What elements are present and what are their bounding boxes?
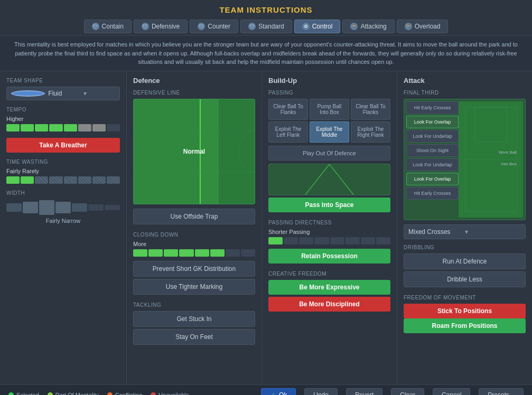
run-at-defence-button[interactable]: Run At Defence [404,253,526,269]
tab-overload[interactable]: 🏃 Overload [397,20,449,33]
width-label: WIDTH [6,190,120,196]
svg-line-8 [330,164,354,195]
hit-early-crosses-top[interactable]: Hit Early Crosses [406,101,459,114]
presets-button[interactable]: Presets... [479,388,524,395]
defensive-line-value: Normal [183,148,205,155]
directness-value: Shorter Passing [268,229,390,235]
take-breather-button[interactable]: Take A Breather [6,138,120,153]
legend-unavailable: Unavailable [151,392,189,395]
be-more-disciplined-button[interactable]: Be More Disciplined [268,297,390,312]
closing-down-slider[interactable] [133,249,255,257]
use-offside-trap-button[interactable]: Use Offside Trap [133,209,255,224]
passing-grid: Clear Ball ToFlanks Pump Ball Into Box C… [268,99,390,143]
ok-button[interactable]: ✓ Ok [261,388,296,395]
stay-on-feet-button[interactable]: Stay On Feet [133,329,255,345]
crosses-select[interactable]: Mixed Crosses ▾ [404,224,526,239]
tab-standard[interactable]: 🛡 Standard [240,20,292,33]
tab-defensive[interactable]: 🛡 Defensive [134,20,188,33]
overload-icon: 🏃 [405,23,412,30]
roam-from-positions-button[interactable]: Roam From Positions [404,318,526,333]
tackling-label: TACKLING [133,302,255,308]
tempo-seg-3 [35,124,48,131]
mentality-description: This mentality is best employed for matc… [0,35,532,71]
legend-mentality-dot [48,392,53,395]
tempo-seg-7 [92,124,106,131]
team-shape-icon [11,90,45,97]
ws-2 [23,202,38,213]
tempo-seg-6 [78,124,91,131]
control-icon: ⚙ [302,23,310,30]
tw-seg-1 [6,176,20,184]
tw-seg-7 [92,176,106,184]
tempo-seg-4 [49,124,62,131]
standard-icon: 🛡 [248,23,256,30]
pass-into-space-button[interactable]: Pass Into Space [268,198,390,212]
tw-seg-2 [21,176,34,184]
look-for-overlap-bottom[interactable]: Look For Overlap [406,173,459,185]
dribble-less-button[interactable]: Dribble Less [404,271,526,287]
pass-cell-clear-left[interactable]: Clear Ball ToFlanks [268,99,308,120]
pass-cell-clear-right[interactable]: Clear Ball ToFlanks [351,99,390,120]
tw-seg-4 [49,176,62,184]
tempo-seg-2 [21,124,34,131]
attack-section: Attack FINAL THIRD Hit Early Crosses Loo… [397,71,532,384]
pass-cell-left-flank[interactable]: Exploit TheLeft Flank [268,121,308,143]
tempo-seg-1 [6,124,20,131]
legend-conflicting-dot [107,392,113,395]
dribbling-label: DRIBBLING [404,244,526,250]
undo-button[interactable]: Undo [304,388,338,395]
pass-space-visual [268,164,390,195]
team-shape-label: TEAM SHAPE [6,78,120,83]
tab-counter[interactable]: 🛡 Counter [190,20,238,33]
ws-1 [6,203,22,212]
time-wasting-label: TIME WASTING [6,159,120,165]
svg-line-7 [305,164,330,195]
retain-possession-button[interactable]: Retain Possession [268,249,390,264]
cancel-button[interactable]: Cancel [433,388,470,395]
crosses-value: Mixed Crosses [408,228,465,236]
closing-down-value: More [133,241,255,247]
ft-field-svg: Work Ball Into Box [459,101,523,218]
revert-button[interactable]: Revert [346,388,382,395]
shoot-on-sight[interactable]: Shoot On Sight [406,144,459,157]
hit-early-crosses-bottom[interactable]: Hit Early Crosses [406,187,459,200]
buildup-section: Build-Up PASSING Clear Ball ToFlanks Pum… [262,71,397,384]
tab-attacking[interactable]: 🏃 Attacking [342,20,394,33]
team-shape-select[interactable]: Fluid ▾ [6,87,120,100]
ok-checkmark: ✓ [270,391,275,395]
directness-slider[interactable] [268,237,390,244]
look-for-underlap-bottom[interactable]: Look For Underlap [406,158,459,171]
tw-seg-8 [107,176,120,184]
tempo-seg-8 [107,124,120,131]
look-for-overlap-top[interactable]: Look For Overlap [406,116,459,128]
main-content: TEAM SHAPE Fluid ▾ TEMPO Higher Take A B… [0,71,532,384]
defensive-line-visual: Normal [133,99,255,204]
use-tighter-marking-button[interactable]: Use Tighter Marking [133,279,255,295]
tempo-slider[interactable] [6,124,120,131]
team-shape-value: Fluid [48,90,80,97]
get-stuck-in-button[interactable]: Get Stuck In [133,311,255,327]
legend-selected: Selected [8,392,39,395]
be-more-expressive-button[interactable]: Be More Expressive [268,280,390,295]
play-out-defence-button[interactable]: Play Out Of Defence [268,146,390,161]
clear-button[interactable]: Clear [391,388,424,395]
prevent-short-gk-button[interactable]: Prevent Short GK Distribution [133,261,255,277]
time-wasting-slider[interactable] [6,176,120,184]
look-for-underlap-top[interactable]: Look For Underlap [406,130,459,143]
pass-cell-pump[interactable]: Pump Ball Into Box [310,99,349,120]
ft-left-col: Hit Early Crosses Look For Overlap Look … [406,101,459,200]
width-slider[interactable] [6,199,120,216]
creative-freedom-label: CREATIVE FREEDOM [268,271,390,277]
legend-conflicting: Conflicting [107,392,142,395]
pass-cell-middle[interactable]: Exploit TheMiddle [310,121,349,143]
page-title: TEAM INSTRUCTIONS [0,0,532,17]
passing-label: PASSING [268,90,390,96]
tab-contain[interactable]: 🛡 Contain [84,20,132,33]
svg-point-6 [239,130,255,173]
time-wasting-value: Fairly Rarely [6,168,120,174]
final-third-visual: Hit Early Crosses Look For Overlap Look … [404,99,526,220]
stick-to-positions-button[interactable]: Stick To Positions [404,304,526,318]
buildup-title: Build-Up [268,77,390,84]
pass-cell-right-flank[interactable]: Exploit TheRight Flank [351,121,390,143]
tab-control[interactable]: ⚙ Control [294,20,341,33]
